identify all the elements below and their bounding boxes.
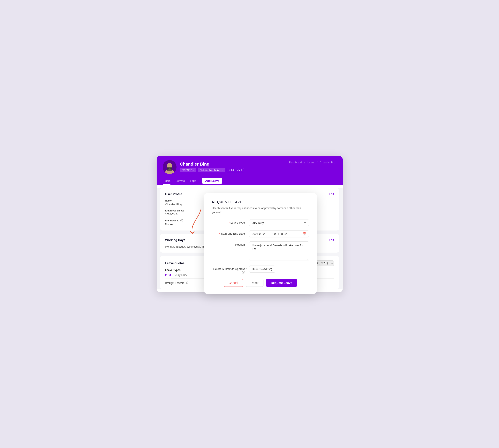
tab-jury-duty[interactable]: Jury Duty (175, 273, 187, 278)
request-leave-modal: REQUEST LEAVE Use this form if your requ… (204, 193, 317, 294)
leave-quotas-title: Leave quotas (165, 261, 185, 265)
add-leave-button[interactable]: Add Leave (202, 178, 222, 184)
user-profile-edit[interactable]: Edit (329, 192, 334, 196)
substitute-row: Select Substitute Approver i : Deneris (… (212, 266, 309, 274)
modal-footer: Cancel Reset Request Leave (212, 279, 309, 287)
tab-logs[interactable]: Logs (190, 177, 196, 185)
employee-id-info-icon[interactable]: i (180, 219, 183, 222)
tab-leaves[interactable]: Leaves (176, 177, 185, 185)
label-statistical-close[interactable]: × (222, 169, 223, 171)
name-value: Chandler Bing (165, 203, 182, 206)
date-range-picker[interactable]: 2024-08-22 → 2024-08-22 📅 (249, 230, 309, 238)
date-row: * Start and End Date : 2024-08-22 → 2024… (212, 230, 309, 238)
svg-rect-3 (167, 167, 172, 171)
tab-profile[interactable]: Profile (163, 177, 171, 185)
labels-container: FRIENDS × Statistical analysis... × + Ad… (180, 168, 244, 172)
user-name: Chandler Bing (180, 162, 244, 167)
request-leave-button[interactable]: Request Leave (266, 279, 297, 287)
header-info: Chandler Bing FRIENDS × Statistical anal… (180, 162, 244, 172)
working-days-edit[interactable]: Edit (329, 238, 334, 241)
leave-type-select[interactable]: Jury DutyPTOSick Leave (249, 219, 309, 226)
label-friends-close[interactable]: × (193, 169, 194, 171)
working-days-title: Working Days (165, 238, 185, 242)
header: Chandler Bing FRIENDS × Statistical anal… (156, 156, 343, 185)
nav-tabs: Profile Leaves Logs Add Leave (163, 177, 337, 185)
substitute-select[interactable]: Deneris (Admin)Admin (249, 266, 275, 273)
breadcrumb: Dashboard / Users / Chandler Bi... (288, 161, 337, 164)
cancel-button[interactable]: Cancel (224, 279, 243, 287)
modal-title: REQUEST LEAVE (212, 200, 309, 204)
start-date: 2024-08-22 (252, 232, 266, 236)
employee-id-value: Not set (165, 223, 173, 226)
employee-since-value: 2020-03-04 (165, 213, 178, 216)
calendar-icon[interactable]: 📅 (303, 232, 306, 236)
label-statistical[interactable]: Statistical analysis... × (198, 168, 225, 172)
user-profile-title: User Profile (165, 192, 182, 196)
add-label-button[interactable]: + Add Label (227, 168, 244, 172)
avatar (163, 160, 176, 174)
tab-pto[interactable]: PTO (165, 273, 171, 278)
label-friends[interactable]: FRIENDS × (180, 168, 196, 172)
leave-type-row: * Leave Type : Jury DutyPTOSick Leave (212, 219, 309, 226)
brought-forward-info-icon[interactable]: i (186, 282, 189, 284)
reset-button[interactable]: Reset (246, 279, 264, 287)
reason-row: Reason : I have jury duty! Deneris will … (212, 241, 309, 262)
reason-textarea[interactable]: I have jury duty! Deneris will take over… (249, 241, 309, 261)
substitute-info-icon[interactable]: i (242, 271, 245, 274)
end-date: 2024-08-22 (273, 232, 287, 236)
modal-description: Use this form if your request needs to b… (212, 206, 309, 214)
